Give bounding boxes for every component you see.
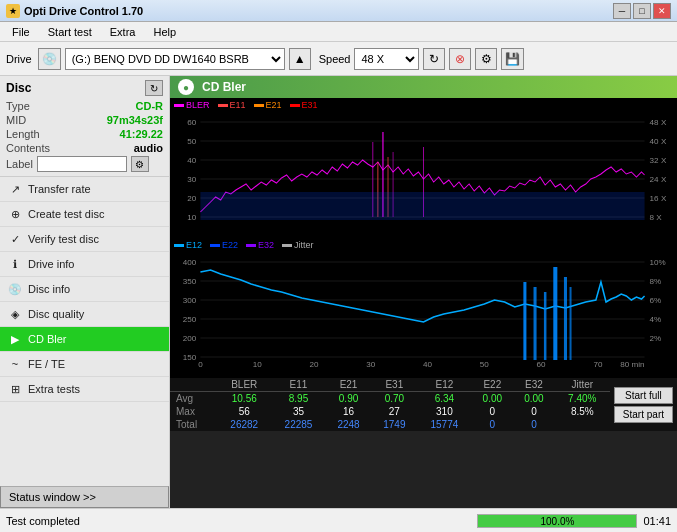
sidebar-item-disc-quality[interactable]: ◈ Disc quality: [0, 302, 169, 327]
sidebar-item-extra-tests[interactable]: ⊞ Extra tests: [0, 377, 169, 402]
menu-file[interactable]: File: [4, 24, 38, 40]
start-full-button[interactable]: Start full: [614, 387, 673, 404]
svg-text:0: 0: [198, 360, 203, 369]
menu-help[interactable]: Help: [145, 24, 184, 40]
svg-rect-24: [200, 192, 644, 220]
sidebar-item-cd-bler[interactable]: ▶ CD Bler: [0, 327, 169, 352]
create-test-disc-icon: ⊕: [8, 207, 22, 221]
row-total-bler: 26282: [217, 418, 271, 431]
maximize-button[interactable]: □: [633, 3, 651, 19]
speed-select[interactable]: 48 X: [354, 48, 419, 70]
row-total-e12: 15774: [417, 418, 471, 431]
legend-e32: E32: [246, 240, 274, 250]
title-bar: ★ Opti Drive Control 1.70 ─ □ ✕: [0, 0, 677, 22]
disc-panel-header: Disc ↻: [6, 80, 163, 96]
row-max-bler: 56: [217, 405, 271, 418]
row-max-e32: 0: [513, 405, 555, 418]
drive-icon: 💿: [38, 48, 61, 70]
svg-text:6%: 6%: [650, 296, 662, 305]
sidebar-item-fe-te[interactable]: ~ FE / TE: [0, 352, 169, 377]
svg-text:10%: 10%: [650, 258, 666, 267]
svg-text:60: 60: [537, 360, 547, 369]
stats-table: BLER E11 E21 E31 E12 E22 E32 Jitter Avg: [170, 378, 610, 431]
erase-button[interactable]: ⊗: [449, 48, 471, 70]
sidebar-item-transfer-rate[interactable]: ↗ Transfer rate: [0, 177, 169, 202]
top-chart-container: BLER E11 E21 E31: [170, 98, 677, 238]
save-button[interactable]: 💾: [501, 48, 524, 70]
col-header-e22: E22: [472, 378, 514, 392]
stats-buttons: Start full Start part: [610, 378, 677, 431]
menu-start-test[interactable]: Start test: [40, 24, 100, 40]
row-total-label: Total: [170, 418, 217, 431]
window-controls: ─ □ ✕: [613, 3, 671, 19]
sidebar-item-label: Verify test disc: [28, 233, 99, 245]
top-chart-svg: 60 50 40 30 20 10 48 X 40 X 32 X 24 X 16…: [170, 112, 677, 230]
disc-length-value: 41:29.22: [120, 128, 163, 140]
settings-button[interactable]: ⚙: [475, 48, 497, 70]
svg-text:4%: 4%: [650, 315, 662, 324]
legend-bler: BLER: [174, 100, 210, 110]
row-avg-e11: 8.95: [271, 392, 325, 406]
extra-tests-icon: ⊞: [8, 382, 22, 396]
sidebar-item-verify-test-disc[interactable]: ✓ Verify test disc: [0, 227, 169, 252]
start-part-button[interactable]: Start part: [614, 406, 673, 423]
sidebar-item-label: Disc info: [28, 283, 70, 295]
svg-text:40: 40: [187, 156, 197, 165]
disc-mid-value: 97m34s23f: [107, 114, 163, 126]
fe-te-icon: ~: [8, 357, 22, 371]
col-header-jitter: Jitter: [555, 378, 610, 392]
disc-contents-row: Contents audio: [6, 142, 163, 154]
row-total-e22: 0: [472, 418, 514, 431]
svg-text:80 min: 80 min: [620, 360, 644, 369]
row-total-e31: 1749: [371, 418, 417, 431]
row-max-e31: 27: [371, 405, 417, 418]
disc-quality-icon: ◈: [8, 307, 22, 321]
svg-text:32 X: 32 X: [650, 156, 667, 165]
status-window-label: Status window >>: [9, 491, 96, 503]
row-max-jitter: 8.5%: [555, 405, 610, 418]
sidebar-item-label: Drive info: [28, 258, 74, 270]
disc-contents-value: audio: [134, 142, 163, 154]
main-layout: Disc ↻ Type CD-R MID 97m34s23f Length 41…: [0, 76, 677, 508]
disc-mid-label: MID: [6, 114, 26, 126]
disc-refresh-button[interactable]: ↻: [145, 80, 163, 96]
chart-header-icon: ●: [178, 79, 194, 95]
svg-text:10: 10: [253, 360, 263, 369]
verify-test-disc-icon: ✓: [8, 232, 22, 246]
svg-text:50: 50: [480, 360, 490, 369]
app-title: Opti Drive Control 1.70: [24, 5, 143, 17]
bottom-chart-container: E12 E22 E32 Jitter: [170, 238, 677, 378]
disc-length-row: Length 41:29.22: [6, 128, 163, 140]
refresh-button[interactable]: ↻: [423, 48, 445, 70]
close-button[interactable]: ✕: [653, 3, 671, 19]
sidebar-item-create-test-disc[interactable]: ⊕ Create test disc: [0, 202, 169, 227]
disc-label-input[interactable]: [37, 156, 127, 172]
stats-row-avg: Avg 10.56 8.95 0.90 0.70 6.34 0.00 0.00 …: [170, 392, 610, 406]
menu-extra[interactable]: Extra: [102, 24, 144, 40]
eject-button[interactable]: ▲: [289, 48, 311, 70]
drive-select[interactable]: (G:) BENQ DVD DD DW1640 BSRB: [65, 48, 285, 70]
row-total-e32: 0: [513, 418, 555, 431]
sidebar-item-label: Transfer rate: [28, 183, 91, 195]
sidebar-item-disc-info[interactable]: 💿 Disc info: [0, 277, 169, 302]
disc-label-button[interactable]: ⚙: [131, 156, 149, 172]
col-header-e21: E21: [326, 378, 372, 392]
row-max-e12: 310: [417, 405, 471, 418]
transfer-rate-icon: ↗: [8, 182, 22, 196]
disc-type-value: CD-R: [136, 100, 164, 112]
status-progress-text: 100.0%: [478, 515, 636, 529]
row-avg-label: Avg: [170, 392, 217, 406]
stats-row-max: Max 56 35 16 27 310 0 0 8.5%: [170, 405, 610, 418]
status-window-button[interactable]: Status window >>: [0, 486, 169, 508]
col-header-e31: E31: [371, 378, 417, 392]
disc-length-label: Length: [6, 128, 40, 140]
row-avg-jitter: 7.40%: [555, 392, 610, 406]
svg-text:30: 30: [187, 175, 197, 184]
row-total-e21: 2248: [326, 418, 372, 431]
svg-text:48 X: 48 X: [650, 118, 667, 127]
minimize-button[interactable]: ─: [613, 3, 631, 19]
sidebar-item-drive-info[interactable]: ℹ Drive info: [0, 252, 169, 277]
svg-text:350: 350: [183, 277, 197, 286]
row-max-e11: 35: [271, 405, 325, 418]
svg-text:2%: 2%: [650, 334, 662, 343]
